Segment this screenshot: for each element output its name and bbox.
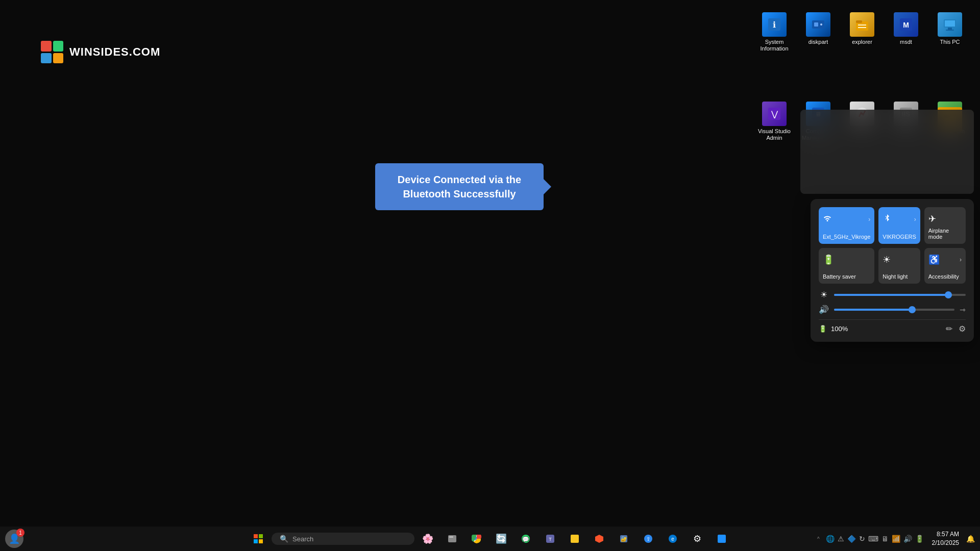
taskbar-brave[interactable]	[588, 529, 610, 549]
tray-icon-volume: 🔊	[903, 535, 912, 543]
svg-rect-43	[571, 535, 579, 543]
logo-icon	[41, 41, 63, 63]
desktop-icon-diskpart[interactable]: diskpart	[798, 10, 838, 54]
taskbar-file-explorer[interactable]: 🌸	[416, 529, 439, 549]
bluetooth-label: VIKROGERS	[883, 234, 916, 240]
taskbar-whatsapp[interactable]: 💬	[514, 529, 537, 549]
bt-notification-text: Device Connected via the Bluetooth Succe…	[398, 174, 521, 199]
quick-settings-buttons: › Ext_5GHz_Vikroge › VIKROGERS ✈ A	[819, 207, 966, 284]
tray-icon-edge: 🌐	[826, 535, 835, 543]
system-tray-icons: 🌐 ⚠ 🔷 ↻ ⌨ 🖥 📶 🔊 🔋	[826, 535, 924, 543]
taskbar-app3[interactable]: ⇪	[637, 529, 659, 549]
tray-icon-bt: 🔷	[847, 535, 856, 543]
desktop-icon-explorer[interactable]: explorer	[842, 10, 882, 54]
svg-rect-33	[254, 539, 258, 543]
diskpart-label: diskpart	[808, 39, 828, 45]
svg-rect-3	[814, 22, 818, 27]
taskbar-files[interactable]	[441, 529, 463, 549]
battery-row: 🔋 100% ✏ ⚙	[819, 319, 966, 334]
msdt-label: msdt	[900, 39, 912, 45]
thispc-label: This PC	[940, 39, 960, 45]
tray-icon-keyboard: ⌨	[868, 535, 878, 543]
brightness-track[interactable]	[834, 294, 966, 296]
night-light-label: Night light	[883, 273, 908, 280]
svg-rect-4	[820, 23, 822, 26]
search-bar[interactable]: 🔍 Search	[272, 533, 414, 545]
desktop-icon-vsadmin[interactable]: ⋁ Visual StudioAdmin	[754, 99, 794, 143]
desktop-icon-msdt[interactable]: M msdt	[886, 10, 926, 54]
notification-badge: 1	[16, 529, 24, 537]
tray-icon-update: ⚠	[838, 535, 844, 543]
taskbar-edge[interactable]: e	[662, 529, 684, 549]
msdt-icon: M	[894, 12, 918, 37]
settings-gear-icon[interactable]: ⚙	[959, 324, 966, 334]
taskbar: 👤 1 🔍 Search 🌸	[0, 527, 980, 551]
quick-settings-panel: › Ext_5GHz_Vikroge › VIKROGERS ✈ A	[811, 199, 974, 342]
taskbar-files2[interactable]	[710, 529, 733, 549]
tray-icon-battery: 🔋	[915, 535, 924, 543]
night-light-button[interactable]: ☀ Night light	[878, 248, 920, 284]
wifi-button[interactable]: › Ext_5GHz_Vikroge	[819, 207, 874, 244]
svg-rect-34	[259, 539, 263, 543]
thispc-icon	[938, 12, 962, 37]
taskbar-chrome[interactable]	[465, 529, 488, 549]
logo-text: WINSIDES.COM	[69, 45, 160, 59]
volume-track[interactable]	[834, 309, 954, 311]
desktop: WINSIDES.COM ℹ SystemInformation diskpar…	[0, 0, 980, 551]
desktop-icons-row1: ℹ SystemInformation diskpart explorer M …	[749, 5, 975, 59]
airplane-label: Airplane mode	[928, 228, 962, 240]
diskpart-icon	[806, 12, 830, 37]
svg-text:💬: 💬	[522, 536, 529, 543]
bluetooth-icon	[883, 213, 892, 225]
desktop-icon-sysinfo[interactable]: ℹ SystemInformation	[754, 10, 794, 54]
svg-rect-14	[945, 20, 955, 27]
edit-icon[interactable]: ✏	[946, 324, 952, 334]
svg-rect-31	[254, 534, 258, 538]
bluetooth-arrow: ›	[914, 216, 916, 223]
start-button[interactable]	[247, 529, 270, 549]
brightness-thumb	[945, 291, 952, 298]
taskbar-settings[interactable]: ⚙	[686, 529, 708, 549]
taskbar-teams[interactable]: T	[539, 529, 561, 549]
logo-area: WINSIDES.COM	[41, 41, 160, 63]
brightness-fill	[834, 294, 948, 296]
tray-icon-refresh: ↻	[859, 535, 865, 543]
clock-time: 8:57 AM	[932, 530, 959, 539]
svg-text:ℹ: ℹ	[773, 20, 776, 29]
svg-rect-8	[858, 27, 866, 28]
taskbar-notification[interactable]: 👤 1	[5, 530, 23, 548]
svg-text:⋁: ⋁	[771, 110, 778, 119]
battery-saver-button[interactable]: 🔋 Battery saver	[819, 248, 874, 284]
taskbar-sticky[interactable]	[564, 529, 586, 549]
taskbar-keepass[interactable]: 🔐	[612, 529, 635, 549]
svg-rect-13	[946, 30, 954, 31]
battery-pct-text: 100%	[831, 325, 848, 333]
systray-expand[interactable]: ^	[815, 535, 822, 543]
volume-slider-row: 🔊 ⇾	[819, 305, 966, 314]
brightness-slider-row: ☀	[819, 290, 966, 299]
taskbar-clock[interactable]: 8:57 AM 2/10/2025	[932, 530, 959, 547]
volume-icon: 🔊	[819, 305, 829, 314]
taskbar-app2[interactable]: 🔄	[490, 529, 512, 549]
brightness-icon: ☀	[819, 290, 829, 299]
airplane-mode-button[interactable]: ✈ Airplane mode	[924, 207, 966, 244]
notifications-button[interactable]: 🔔	[966, 535, 975, 543]
svg-rect-6	[856, 20, 862, 23]
vsadmin-icon: ⋁	[762, 102, 787, 126]
search-text: Search	[292, 535, 313, 543]
explorer-label: explorer	[852, 39, 872, 45]
sysinfo-label: SystemInformation	[760, 39, 788, 52]
bluetooth-button[interactable]: › VIKROGERS	[878, 207, 920, 244]
wifi-label: Ext_5GHz_Vikroge	[823, 234, 870, 240]
blurred-window	[800, 110, 974, 194]
svg-rect-7	[858, 24, 866, 26]
sysinfo-icon: ℹ	[762, 12, 787, 37]
svg-rect-36	[449, 536, 453, 538]
night-light-icon: ☀	[883, 254, 891, 265]
accessibility-button[interactable]: ♿ › Accessibility	[924, 248, 966, 284]
svg-text:M: M	[903, 21, 909, 29]
clock-date: 2/10/2025	[932, 539, 959, 547]
desktop-icon-thispc[interactable]: This PC	[930, 10, 970, 54]
volume-thumb	[909, 306, 916, 313]
search-icon: 🔍	[280, 535, 288, 543]
